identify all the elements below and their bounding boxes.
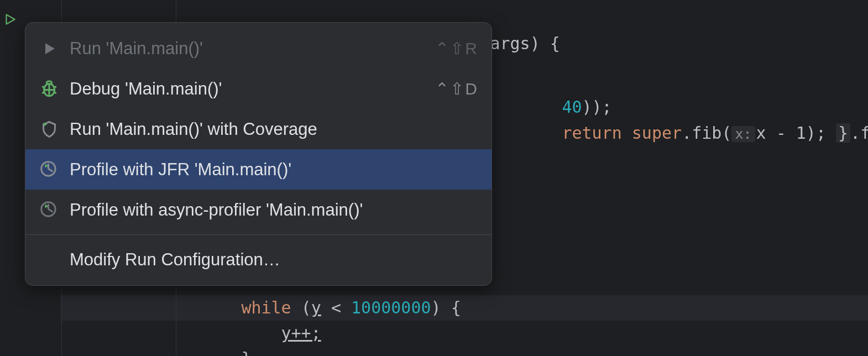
menu-label: Run 'Main.main()' with Coverage <box>70 119 478 139</box>
menu-label: Debug 'Main.main()' <box>70 79 435 99</box>
menu-item-coverage[interactable]: Run 'Main.main()' with Coverage <box>25 109 491 149</box>
bug-icon <box>36 76 62 102</box>
run-gutter-icon[interactable] <box>3 12 17 27</box>
menu-label: Run 'Main.main()' <box>70 39 435 59</box>
profiler-jfr-icon <box>36 157 62 182</box>
editor-area: public static void main(String[] args) {… <box>0 0 868 356</box>
blank-icon <box>36 247 62 273</box>
menu-item-profile-async[interactable]: Profile with async-profiler 'Main.main()… <box>25 190 491 230</box>
menu-shortcut: ⌃⇧R <box>435 39 478 58</box>
code-token: } <box>241 349 251 356</box>
menu-label: Profile with async-profiler 'Main.main()… <box>70 200 478 220</box>
menu-item-modify-config[interactable]: Modify Run Configuration… <box>25 239 491 280</box>
code-token: ) { <box>431 298 461 317</box>
code-token: return <box>562 123 631 143</box>
run-context-menu: Run 'Main.main()' ⌃⇧R Debug 'Main.main()… <box>25 22 492 286</box>
menu-item-profile-jfr[interactable]: Profile with JFR 'Main.main()' <box>25 149 491 190</box>
code-token: < <box>321 298 351 317</box>
menu-label: Profile with JFR 'Main.main()' <box>70 160 478 180</box>
code-token: 10000000 <box>351 298 431 317</box>
menu-item-debug[interactable]: Debug 'Main.main()' ⌃⇧D <box>25 69 491 109</box>
code-token: x - 1); <box>756 123 836 143</box>
code-token: } <box>836 123 850 143</box>
param-hint: x: <box>731 126 755 142</box>
menu-separator <box>25 234 491 235</box>
play-icon <box>36 36 62 61</box>
code-token: y++; <box>281 323 321 343</box>
menu-item-run[interactable]: Run 'Main.main()' ⌃⇧R <box>25 28 491 69</box>
menu-label: Modify Run Configuration… <box>70 250 478 270</box>
shield-play-icon <box>36 117 62 142</box>
code-token: .fib( <box>682 123 731 143</box>
code-token: .fib( <box>850 123 868 143</box>
menu-shortcut: ⌃⇧D <box>435 79 478 98</box>
profiler-async-icon <box>36 197 62 223</box>
code-token: super <box>632 123 682 143</box>
